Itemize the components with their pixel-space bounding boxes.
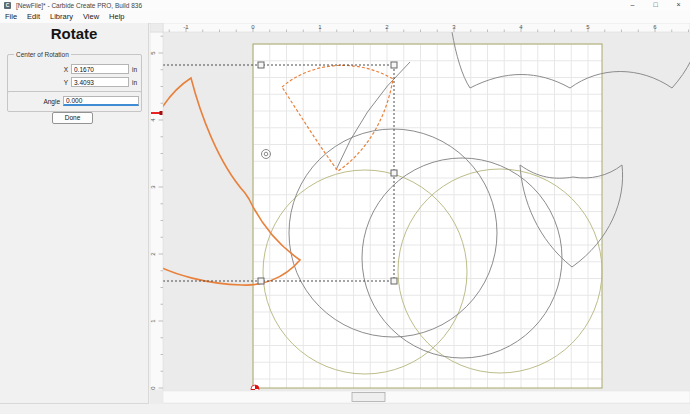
top-ruler-label: -1 bbox=[183, 24, 189, 30]
window-controls: – □ × bbox=[621, 0, 690, 11]
maximize-button[interactable]: □ bbox=[644, 0, 667, 11]
design-canvas[interactable]: -10123456012345 bbox=[150, 23, 690, 404]
app-icon: C bbox=[4, 2, 11, 9]
angle-input[interactable] bbox=[63, 96, 139, 106]
selection-handle[interactable] bbox=[391, 278, 397, 284]
left-ruler bbox=[150, 32, 163, 390]
selection-handle[interactable] bbox=[391, 170, 397, 176]
y-unit: in bbox=[132, 79, 137, 86]
x-unit: in bbox=[132, 66, 137, 73]
selection-handle[interactable] bbox=[258, 278, 264, 284]
horizontal-scrollbar-track[interactable] bbox=[163, 391, 690, 403]
angle-label: Angle bbox=[8, 98, 60, 105]
selection-handle[interactable] bbox=[391, 62, 397, 68]
menu-item-edit[interactable]: Edit bbox=[22, 11, 45, 23]
close-button[interactable]: × bbox=[667, 0, 690, 11]
menu-item-view[interactable]: View bbox=[78, 11, 104, 23]
menu-item-help[interactable]: Help bbox=[104, 11, 129, 23]
x-input[interactable] bbox=[71, 64, 129, 74]
top-ruler bbox=[163, 23, 690, 32]
menu-item-library[interactable]: Library bbox=[45, 11, 78, 23]
ruler-corner bbox=[150, 23, 163, 32]
minimize-button[interactable]: – bbox=[621, 0, 644, 11]
done-button[interactable]: Done bbox=[52, 112, 93, 124]
y-label: Y bbox=[8, 79, 68, 86]
panel-title: Rotate bbox=[0, 25, 148, 42]
horizontal-scrollbar-thumb[interactable] bbox=[352, 393, 385, 402]
selection-handle[interactable] bbox=[258, 62, 264, 68]
x-label: X bbox=[8, 66, 68, 73]
center-of-rotation-label: Center of Rotation bbox=[14, 51, 71, 58]
ruler-corner-bottom bbox=[150, 390, 163, 404]
rotate-panel: Rotate Center of Rotation X in Y in Angl… bbox=[0, 23, 149, 404]
y-input[interactable] bbox=[71, 77, 129, 87]
carbide-create-window: { "window": { "title": "[NewFile]* - Car… bbox=[0, 0, 690, 414]
window-title: [NewFile]* - Carbide Create PRO, Build 8… bbox=[16, 2, 142, 9]
job-area bbox=[253, 44, 602, 388]
menu-item-file[interactable]: File bbox=[0, 11, 22, 23]
angle-group: Angle bbox=[7, 91, 142, 112]
window-bottom-strip bbox=[0, 404, 690, 414]
